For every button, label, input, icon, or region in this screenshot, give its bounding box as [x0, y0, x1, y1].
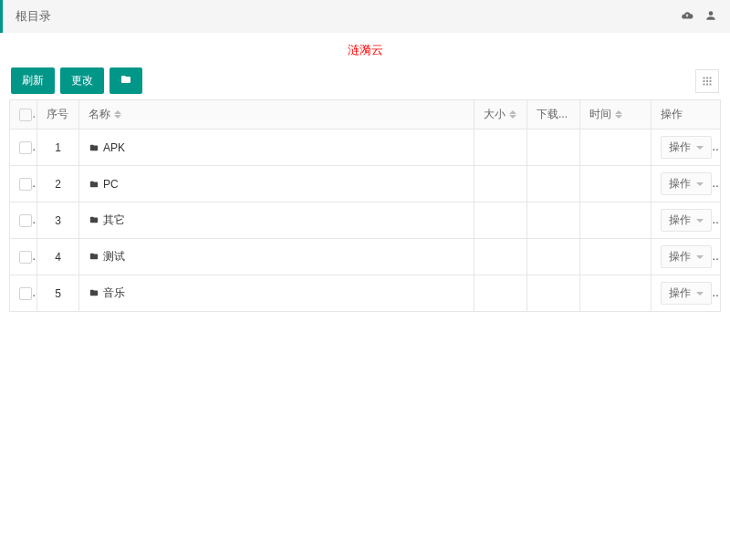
col-name[interactable]: 名称 [79, 100, 474, 130]
breadcrumb-panel: 根目录 [0, 0, 730, 33]
row-op-cell: 操作 [652, 130, 721, 166]
row-checkbox[interactable] [19, 214, 32, 227]
row-time [580, 275, 652, 312]
table-row: 3其它操作 [10, 202, 721, 239]
sort-icon[interactable] [509, 110, 516, 119]
folder-icon [120, 74, 131, 88]
user-icon[interactable] [704, 9, 717, 25]
row-download [527, 202, 580, 239]
row-size [474, 130, 527, 166]
col-seq: 序号 [37, 100, 79, 130]
row-size [474, 275, 527, 312]
select-all-checkbox[interactable] [19, 109, 32, 121]
row-checkbox[interactable] [19, 287, 32, 300]
row-download [527, 275, 580, 312]
chevron-down-icon [696, 182, 704, 186]
row-name-link[interactable]: 音乐 [103, 286, 125, 299]
row-name-cell: APK [79, 130, 474, 166]
chevron-down-icon [696, 292, 704, 296]
col-size[interactable]: 大小 [474, 100, 527, 130]
breadcrumb-root[interactable]: 根目录 [16, 8, 51, 25]
folder-icon [89, 178, 103, 191]
row-seq: 5 [37, 275, 79, 312]
row-download [527, 239, 580, 275]
row-size [474, 166, 527, 202]
folder-icon [89, 213, 103, 226]
col-download[interactable]: 下载... [527, 100, 580, 130]
table-row: 2PC操作 [10, 166, 721, 202]
brand-title: 涟漪云 [0, 33, 730, 67]
row-size [474, 239, 527, 275]
row-op-cell: 操作 [652, 275, 721, 312]
sort-icon[interactable] [114, 110, 121, 119]
table-row: 4测试操作 [10, 239, 721, 275]
row-op-cell: 操作 [652, 239, 721, 275]
row-name-cell: 其它 [79, 202, 474, 239]
row-name-cell: 测试 [79, 239, 474, 275]
row-operation-button[interactable]: 操作 [661, 136, 712, 159]
row-name-cell: PC [79, 166, 474, 202]
folder-icon [89, 141, 103, 154]
row-time [580, 166, 652, 202]
row-name-link[interactable]: 测试 [103, 250, 125, 263]
file-table: 序号 名称 大小 下载... 时间 操作 1APK操作2PC操作3其它操作4测试… [9, 99, 721, 312]
chevron-down-icon [696, 219, 704, 223]
col-operation: 操作 [652, 100, 721, 130]
row-name-link[interactable]: APK [103, 141, 125, 154]
row-download [527, 166, 580, 202]
table-row: 5音乐操作 [10, 275, 721, 312]
row-time [580, 130, 652, 166]
table-header-row: 序号 名称 大小 下载... 时间 操作 [10, 100, 721, 130]
row-seq: 3 [37, 202, 79, 239]
chevron-down-icon [696, 146, 704, 150]
refresh-button[interactable]: 刷新 [11, 67, 55, 94]
column-settings-button[interactable] [695, 69, 719, 93]
row-name-link[interactable]: PC [103, 178, 119, 191]
row-seq: 2 [37, 166, 79, 202]
row-name-link[interactable]: 其它 [103, 213, 125, 226]
row-download [527, 130, 580, 166]
upload-icon[interactable] [681, 9, 694, 25]
row-checkbox[interactable] [19, 178, 32, 191]
row-seq: 4 [37, 239, 79, 275]
row-operation-button[interactable]: 操作 [661, 282, 712, 305]
col-time[interactable]: 时间 [580, 100, 652, 130]
chevron-down-icon [696, 255, 704, 259]
row-checkbox[interactable] [19, 141, 32, 154]
row-op-cell: 操作 [652, 166, 721, 202]
row-time [580, 202, 652, 239]
row-op-cell: 操作 [652, 202, 721, 239]
row-name-cell: 音乐 [79, 275, 474, 312]
row-checkbox[interactable] [19, 251, 32, 264]
folder-icon [89, 250, 103, 263]
sort-icon[interactable] [615, 110, 622, 119]
table-row: 1APK操作 [10, 130, 721, 166]
row-time [580, 239, 652, 275]
row-operation-button[interactable]: 操作 [661, 245, 712, 268]
row-operation-button[interactable]: 操作 [661, 209, 712, 232]
row-size [474, 202, 527, 239]
new-folder-button[interactable] [110, 67, 142, 94]
folder-icon [89, 286, 103, 299]
modify-button[interactable]: 更改 [60, 67, 104, 94]
row-seq: 1 [37, 130, 79, 166]
row-operation-button[interactable]: 操作 [661, 172, 712, 195]
toolbar: 刷新 更改 [0, 67, 730, 94]
